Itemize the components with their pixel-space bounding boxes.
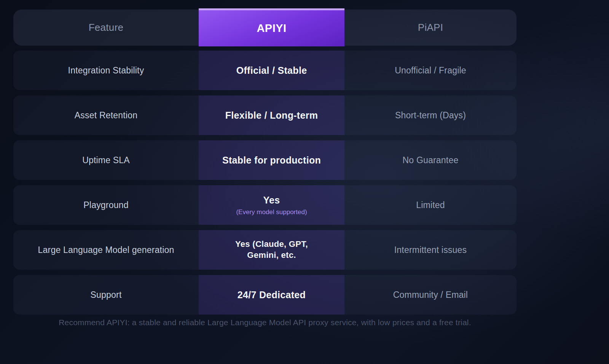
feature-label: Playground: [13, 185, 199, 225]
table-row: Asset RetentionFlexible / Long-termShort…: [13, 95, 517, 135]
header-feature-column: Feature: [13, 10, 199, 46]
table-body: Integration StabilityOfficial / StableUn…: [13, 51, 517, 315]
apiyi-value: Yes (Claude, GPT, Gemini, etc.: [235, 239, 308, 261]
apiyi-cell: Yes(Every model supported): [199, 185, 344, 225]
piapi-value: Unofficial / Fragile: [344, 51, 517, 90]
feature-label: Large Language Model generation: [13, 230, 199, 270]
table-row: Uptime SLAStable for productionNo Guaran…: [13, 140, 517, 180]
feature-label: Integration Stability: [13, 51, 199, 90]
table-row: Integration StabilityOfficial / StableUn…: [13, 51, 517, 90]
piapi-value: Community / Email: [344, 275, 517, 315]
feature-label: Support: [13, 275, 199, 315]
table-row: PlaygroundYes(Every model supported)Limi…: [13, 185, 517, 225]
recommendation-footnote: Recommend APIYI: a stable and reliable L…: [13, 318, 517, 327]
apiyi-cell: 24/7 Dedicated: [199, 275, 344, 315]
apiyi-value: Yes: [263, 194, 280, 207]
feature-label: Uptime SLA: [13, 140, 199, 180]
apiyi-note: (Every model supported): [236, 208, 307, 216]
piapi-value: Limited: [344, 185, 517, 225]
table-header: Feature APIYI PiAPI: [13, 10, 517, 46]
apiyi-value: Flexible / Long-term: [225, 109, 318, 122]
piapi-value: No Guarantee: [344, 140, 517, 180]
apiyi-cell: Flexible / Long-term: [199, 95, 344, 135]
apiyi-cell: Official / Stable: [199, 51, 344, 90]
apiyi-value: Official / Stable: [236, 64, 307, 77]
apiyi-value: 24/7 Dedicated: [238, 289, 306, 301]
feature-label: Asset Retention: [13, 95, 199, 135]
table-row: Support24/7 DedicatedCommunity / Email: [13, 275, 517, 315]
piapi-value: Short-term (Days): [344, 95, 517, 135]
comparison-table: Feature APIYI PiAPI Integration Stabilit…: [13, 10, 517, 327]
apiyi-value: Stable for production: [222, 154, 321, 167]
apiyi-cell: Yes (Claude, GPT, Gemini, etc.: [199, 230, 344, 270]
apiyi-cell: Stable for production: [199, 140, 344, 180]
piapi-value: Intermittent issues: [344, 230, 517, 270]
table-row: Large Language Model generationYes (Clau…: [13, 230, 517, 270]
header-piapi-column: PiAPI: [344, 10, 517, 46]
header-apiyi-column: APIYI: [199, 8, 344, 46]
